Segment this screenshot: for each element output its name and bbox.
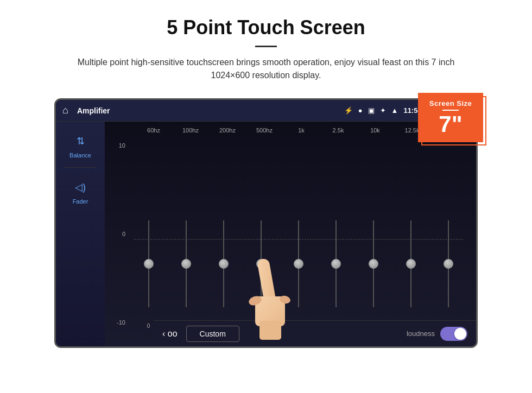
y-label-neg10: -10	[113, 319, 125, 326]
slider-value-1: 0	[147, 323, 150, 329]
screen-size-badge: Screen Size 7"	[418, 93, 483, 142]
main-content: ⇅ Balance ◁) Fader 60hz 100hz 200hz 500h…	[56, 122, 476, 346]
custom-button[interactable]: Custom	[186, 326, 239, 342]
content-area: Screen Size 7" ⌂ Amplifier ⚡ ● ▣ ✦ ▲ 11:…	[54, 98, 478, 348]
device-frame: ⌂ Amplifier ⚡ ● ▣ ✦ ▲ 11:58 ⊙ ◁) ⊠ ▭ ⇅ B	[54, 98, 478, 348]
freq-10k: 10k	[362, 127, 389, 134]
page-title: 5 Point Touch Screen	[33, 16, 499, 39]
slider-col-5[interactable]: 0	[298, 220, 299, 329]
bottom-bar: ‹ oo Custom loudness	[154, 320, 476, 346]
loudness-toggle[interactable]	[440, 327, 467, 341]
slider-track-5[interactable]	[298, 220, 299, 307]
header-section: 5 Point Touch Screen Multiple point high…	[0, 0, 532, 91]
slider-handle-4[interactable]	[256, 259, 266, 269]
slider-handle-1[interactable]	[144, 259, 154, 269]
slider-col-7[interactable]: 0	[373, 220, 374, 329]
gps-icon: ●	[358, 106, 363, 115]
slider-handle-5[interactable]	[294, 259, 303, 269]
slider-col-6[interactable]: 0	[335, 220, 337, 329]
home-icon[interactable]: ⌂	[62, 105, 68, 116]
amplifier-title: Amplifier	[77, 106, 344, 115]
eq-area: 60hz 100hz 200hz 500hz 1k 2.5k 10k 12.5k…	[105, 122, 476, 346]
back-button[interactable]: ‹ oo	[162, 329, 178, 339]
y-label-0: 0	[113, 231, 125, 237]
svg-point-4	[278, 295, 291, 305]
sidebar-separator	[64, 167, 97, 168]
slider-handle-2[interactable]	[181, 259, 191, 269]
top-bar: ⌂ Amplifier ⚡ ● ▣ ✦ ▲ 11:58 ⊙ ◁) ⊠ ▭	[56, 100, 476, 122]
image-icon: ▣	[368, 106, 375, 115]
slider-handle-3[interactable]	[219, 259, 229, 269]
freq-1k: 1k	[288, 127, 315, 134]
y-axis: 10 0 -10	[113, 137, 130, 342]
slider-track-1[interactable]	[148, 220, 149, 307]
badge-inner: Screen Size 7"	[418, 93, 483, 142]
sliders-area: 0 0	[130, 137, 467, 342]
title-divider	[255, 46, 277, 47]
slider-track-3[interactable]	[223, 220, 224, 307]
slider-track-8[interactable]	[410, 220, 411, 307]
slider-col-8[interactable]: 0	[410, 220, 411, 329]
slider-track-6[interactable]	[335, 220, 337, 307]
slider-col-4[interactable]: 0	[261, 220, 262, 329]
slider-col-2[interactable]: 0	[186, 220, 187, 329]
loudness-label: loudness	[407, 329, 435, 338]
freq-2_5k: 2.5k	[325, 127, 352, 134]
loudness-area: loudness	[407, 327, 467, 341]
freq-500hz: 500hz	[251, 127, 278, 134]
balance-label: Balance	[69, 152, 91, 159]
wifi-icon: ▲	[391, 106, 398, 115]
page-subtitle: Multiple point high-sensitive touchscree…	[76, 56, 456, 82]
slider-track-9[interactable]	[448, 220, 449, 307]
sidebar-item-fader[interactable]: ◁) Fader	[69, 176, 91, 205]
usb-icon: ⚡	[344, 106, 353, 115]
freq-60hz: 60hz	[140, 127, 167, 134]
eq-main: 10 0 -10 0	[113, 137, 467, 342]
balance-sliders-icon: ⇅	[69, 130, 91, 152]
fader-label: Fader	[73, 198, 88, 205]
slider-col-9[interactable]: 0	[448, 220, 449, 329]
y-label-10: 10	[113, 142, 125, 149]
slider-handle-8[interactable]	[406, 259, 416, 269]
badge-size: 7"	[428, 113, 473, 136]
bluetooth-icon: ✦	[380, 106, 386, 115]
slider-col-1[interactable]: 0	[148, 220, 149, 329]
slider-track-2[interactable]	[186, 220, 187, 307]
badge-inner-divider	[442, 110, 459, 111]
freq-labels: 60hz 100hz 200hz 500hz 1k 2.5k 10k 12.5k…	[113, 127, 467, 134]
slider-handle-7[interactable]	[369, 259, 378, 269]
toggle-knob	[454, 328, 466, 340]
left-sidebar: ⇅ Balance ◁) Fader	[56, 122, 105, 346]
freq-200hz: 200hz	[214, 127, 241, 134]
sidebar-item-balance[interactable]: ⇅ Balance	[69, 130, 91, 159]
badge-label: Screen Size	[428, 99, 473, 107]
slider-col-3[interactable]: 0	[223, 220, 224, 329]
slider-handle-9[interactable]	[444, 259, 453, 269]
slider-track-4[interactable]	[261, 220, 262, 307]
slider-track-7[interactable]	[373, 220, 374, 307]
slider-handle-6[interactable]	[331, 259, 341, 269]
fader-speaker-icon: ◁)	[69, 176, 91, 198]
freq-100hz: 100hz	[177, 127, 204, 134]
